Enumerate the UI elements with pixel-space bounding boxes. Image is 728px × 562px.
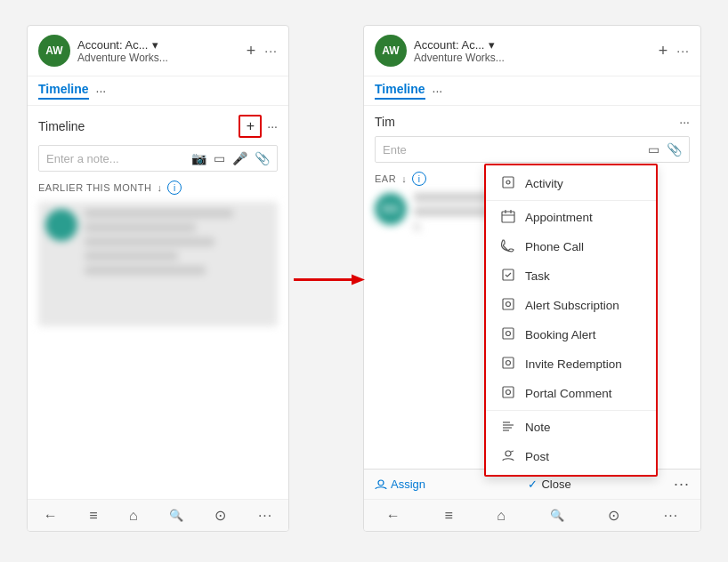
tab-timeline[interactable]: Timeline <box>38 82 89 100</box>
right-video-icon[interactable]: ▭ <box>648 142 659 157</box>
info-icon[interactable]: i <box>167 181 182 195</box>
header-actions: + ··· <box>247 42 278 60</box>
right-timeline-more-icon[interactable]: ··· <box>679 115 690 129</box>
timeline-header: Timeline + ··· <box>38 115 278 138</box>
right-blurred-avatar: KA <box>375 193 407 225</box>
right-add-icon[interactable]: + <box>659 42 668 60</box>
close-button[interactable]: ✓ Close <box>528 478 570 491</box>
appointment-label: Appointment <box>525 211 593 224</box>
right-header-title: Account: Ac... ▾ <box>414 38 651 52</box>
header-title: Account: Ac... ▾ <box>77 38 239 52</box>
appointment-icon <box>500 209 516 226</box>
blurred-avatar <box>45 209 77 241</box>
timeline-title: Timeline <box>38 119 85 133</box>
nav-home-icon[interactable]: ⌂ <box>129 508 138 524</box>
right-nav-menu-icon[interactable]: ≡ <box>444 508 452 524</box>
left-content-area: Timeline + ··· Enter a note... 📷 ▭ 🎤 📎 E… <box>28 106 288 499</box>
tab-dots[interactable]: ··· <box>96 84 107 98</box>
right-nav-task-icon[interactable]: ⊙ <box>608 507 619 524</box>
svg-point-14 <box>506 361 511 365</box>
camera-icon[interactable]: 📷 <box>191 151 206 165</box>
right-note-input-area[interactable]: Ente ▭ 📎 <box>375 136 690 163</box>
right-note-icon-group: ▭ 📎 <box>648 142 682 157</box>
right-avatar: AW <box>375 35 407 67</box>
arrow-indicator <box>294 271 365 292</box>
right-tab-dots[interactable]: ··· <box>433 84 443 98</box>
right-panel: AW Account: Ac... ▾ Adventure Works... +… <box>363 25 701 532</box>
note-input-area[interactable]: Enter a note... 📷 ▭ 🎤 📎 <box>38 145 278 172</box>
svg-rect-4 <box>502 212 514 222</box>
svg-point-3 <box>506 181 510 184</box>
nav-task-icon[interactable]: ⊙ <box>214 507 226 524</box>
activity-dropdown-menu: Activity Appointment Phone Call Task Al <box>484 164 658 477</box>
task-label: Task <box>525 269 550 283</box>
more-icon[interactable]: ··· <box>264 44 278 58</box>
dropdown-item-alert-subscription[interactable]: Alert Subscription <box>486 291 656 320</box>
nav-back-icon[interactable]: ← <box>44 508 58 524</box>
timeline-more-icon[interactable]: ··· <box>267 119 278 133</box>
note-icon-group: 📷 ▭ 🎤 📎 <box>191 151 270 165</box>
footer-more-icon[interactable]: ··· <box>674 475 690 494</box>
add-icon[interactable]: + <box>247 42 256 60</box>
svg-point-16 <box>506 390 511 395</box>
right-tab-row: Timeline ··· <box>364 76 700 106</box>
svg-line-22 <box>511 451 514 452</box>
assign-button[interactable]: Assign <box>375 478 425 491</box>
video-icon[interactable]: ▭ <box>214 151 225 165</box>
dropdown-item-task[interactable]: Task <box>486 261 656 291</box>
dropdown-item-note[interactable]: Note <box>486 413 656 442</box>
right-nav-more-icon[interactable]: ··· <box>664 508 678 524</box>
svg-point-23 <box>378 480 384 486</box>
header-text: Account: Ac... ▾ Adventure Works... <box>77 38 239 64</box>
dropdown-item-phone-call[interactable]: Phone Call <box>486 232 656 261</box>
portal-comment-label: Portal Comment <box>525 387 612 400</box>
nav-more-icon[interactable]: ··· <box>258 508 272 524</box>
svg-rect-11 <box>503 328 514 339</box>
dropdown-item-portal-comment[interactable]: Portal Comment <box>486 379 656 408</box>
task-icon <box>500 268 516 285</box>
invite-redemption-label: Invite Redemption <box>525 357 622 371</box>
right-nav-search-icon[interactable]: 🔍 <box>550 509 564 522</box>
note-placeholder: Enter a note... <box>46 152 119 165</box>
phone-call-icon <box>500 238 516 255</box>
nav-search-icon[interactable]: 🔍 <box>169 509 183 522</box>
right-timeline-actions: ··· <box>679 115 690 129</box>
blurred-line-1 <box>85 209 233 218</box>
dropdown-item-activity[interactable]: Activity <box>486 169 656 198</box>
note-icon <box>500 419 516 436</box>
right-attach-icon[interactable]: 📎 <box>667 142 682 157</box>
right-tab-timeline[interactable]: Timeline <box>375 82 425 100</box>
alert-subscription-label: Alert Subscription <box>525 299 619 312</box>
close-label: Close <box>541 478 570 491</box>
dropdown-item-post[interactable]: Post <box>486 442 656 471</box>
assign-label: Assign <box>391 478 425 491</box>
right-more-icon[interactable]: ··· <box>676 44 690 58</box>
nav-menu-icon[interactable]: ≡ <box>89 508 97 524</box>
mic-icon[interactable]: 🎤 <box>232 151 247 165</box>
svg-marker-1 <box>352 275 365 285</box>
tab-row: Timeline ··· <box>28 76 288 106</box>
portal-comment-icon <box>500 385 516 402</box>
right-info-icon[interactable]: i <box>412 172 426 186</box>
dropdown-item-booking-alert[interactable]: Booking Alert <box>486 320 656 349</box>
add-activity-button[interactable]: + <box>239 115 262 138</box>
post-icon <box>500 448 516 465</box>
booking-alert-label: Booking Alert <box>525 328 596 341</box>
blurred-line-5 <box>85 266 206 275</box>
svg-rect-2 <box>503 177 514 188</box>
right-header-actions: + ··· <box>659 42 690 60</box>
right-header-subtitle: Adventure Works... <box>414 52 651 64</box>
right-header-text: Account: Ac... ▾ Adventure Works... <box>414 38 651 64</box>
right-nav-home-icon[interactable]: ⌂ <box>497 508 506 524</box>
svg-rect-9 <box>503 299 514 309</box>
right-panel-header: AW Account: Ac... ▾ Adventure Works... +… <box>364 26 700 76</box>
right-down-arrow[interactable]: ↓ <box>401 173 407 184</box>
right-bottom-nav: ← ≡ ⌂ 🔍 ⊙ ··· <box>364 499 700 531</box>
right-nav-back-icon[interactable]: ← <box>386 508 400 524</box>
attach-icon[interactable]: 📎 <box>255 151 270 165</box>
right-note-placeholder: Ente <box>383 143 407 157</box>
svg-rect-8 <box>503 269 514 280</box>
svg-rect-15 <box>503 387 514 397</box>
dropdown-item-invite-redemption[interactable]: Invite Redemption <box>486 349 656 379</box>
dropdown-item-appointment[interactable]: Appointment <box>486 203 656 232</box>
